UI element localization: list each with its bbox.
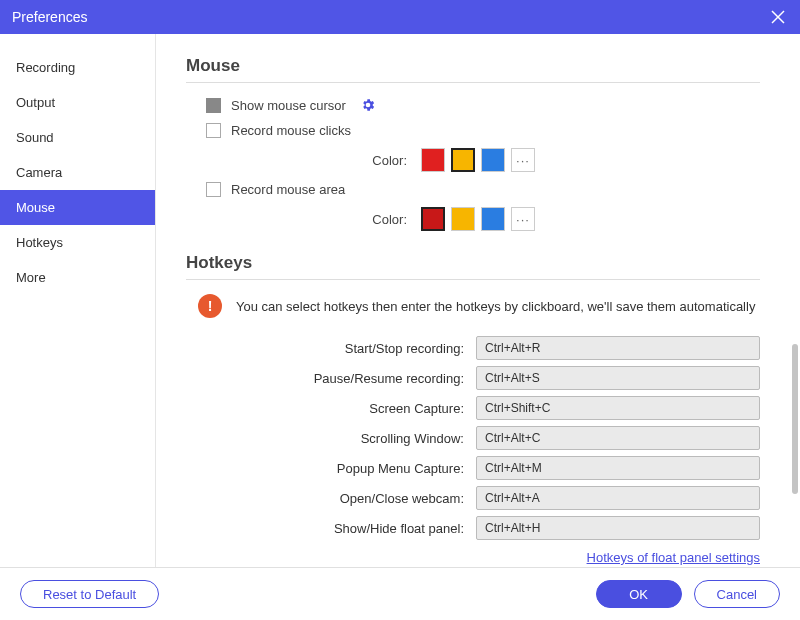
hotkey-row: Pause/Resume recording: bbox=[186, 366, 760, 390]
checkbox-record-area[interactable] bbox=[206, 182, 221, 197]
hotkey-label: Show/Hide float panel: bbox=[186, 521, 476, 536]
sidebar-item-output[interactable]: Output bbox=[0, 85, 155, 120]
hotkey-label: Start/Stop recording: bbox=[186, 341, 476, 356]
hotkey-input[interactable] bbox=[476, 486, 760, 510]
label-record-clicks: Record mouse clicks bbox=[231, 123, 351, 138]
sidebar-item-mouse[interactable]: Mouse bbox=[0, 190, 155, 225]
swatch-blue[interactable] bbox=[481, 148, 505, 172]
body: Recording Output Sound Camera Mouse Hotk… bbox=[0, 34, 800, 568]
checkbox-record-clicks[interactable] bbox=[206, 123, 221, 138]
mouse-heading: Mouse bbox=[186, 56, 760, 83]
swatches-clicks: ··· bbox=[421, 148, 535, 172]
float-panel-link[interactable]: Hotkeys of float panel settings bbox=[587, 550, 760, 565]
row-record-clicks: Record mouse clicks bbox=[186, 123, 760, 138]
sidebar-item-camera[interactable]: Camera bbox=[0, 155, 155, 190]
hotkey-input[interactable] bbox=[476, 336, 760, 360]
sidebar-item-hotkeys[interactable]: Hotkeys bbox=[0, 225, 155, 260]
hotkey-input[interactable] bbox=[476, 366, 760, 390]
swatch-more-2[interactable]: ··· bbox=[511, 207, 535, 231]
hotkey-row: Show/Hide float panel: bbox=[186, 516, 760, 540]
hotkey-label: Open/Close webcam: bbox=[186, 491, 476, 506]
hotkey-rows: Start/Stop recording:Pause/Resume record… bbox=[186, 336, 760, 540]
label-show-cursor: Show mouse cursor bbox=[231, 98, 346, 113]
hotkey-label: Scrolling Window: bbox=[186, 431, 476, 446]
row-record-area: Record mouse area bbox=[186, 182, 760, 197]
footer: Reset to Default OK Cancel bbox=[0, 568, 800, 620]
gear-icon[interactable] bbox=[360, 97, 376, 113]
swatch-yellow-2[interactable] bbox=[451, 207, 475, 231]
hotkey-row: Start/Stop recording: bbox=[186, 336, 760, 360]
hotkey-input[interactable] bbox=[476, 396, 760, 420]
close-icon[interactable] bbox=[768, 7, 788, 27]
ok-button[interactable]: OK bbox=[596, 580, 682, 608]
hotkeys-info-row: ! You can select hotkeys then enter the … bbox=[198, 294, 760, 318]
checkbox-show-cursor[interactable] bbox=[206, 98, 221, 113]
row-area-color: Color: ··· bbox=[186, 207, 760, 231]
hotkey-row: Open/Close webcam: bbox=[186, 486, 760, 510]
row-show-cursor: Show mouse cursor bbox=[186, 97, 760, 113]
sidebar-item-more[interactable]: More bbox=[0, 260, 155, 295]
color-label-area: Color: bbox=[186, 212, 421, 227]
scrollbar[interactable] bbox=[792, 344, 798, 494]
hotkey-label: Pause/Resume recording: bbox=[186, 371, 476, 386]
cancel-button[interactable]: Cancel bbox=[694, 580, 780, 608]
hotkeys-info-text: You can select hotkeys then enter the ho… bbox=[236, 299, 755, 314]
swatches-area: ··· bbox=[421, 207, 535, 231]
sidebar-item-recording[interactable]: Recording bbox=[0, 50, 155, 85]
swatch-red[interactable] bbox=[421, 148, 445, 172]
window-title: Preferences bbox=[12, 9, 768, 25]
info-icon: ! bbox=[198, 294, 222, 318]
hotkeys-heading: Hotkeys bbox=[186, 253, 760, 280]
preferences-window: Preferences Recording Output Sound Camer… bbox=[0, 0, 800, 620]
color-label-clicks: Color: bbox=[186, 153, 421, 168]
swatch-red-2[interactable] bbox=[421, 207, 445, 231]
sidebar: Recording Output Sound Camera Mouse Hotk… bbox=[0, 34, 156, 567]
row-clicks-color: Color: ··· bbox=[186, 148, 760, 172]
swatch-yellow[interactable] bbox=[451, 148, 475, 172]
hotkey-label: Popup Menu Capture: bbox=[186, 461, 476, 476]
hotkey-row: Popup Menu Capture: bbox=[186, 456, 760, 480]
content-panel: Mouse Show mouse cursor Record mouse cli… bbox=[156, 34, 800, 567]
hotkey-label: Screen Capture: bbox=[186, 401, 476, 416]
hotkey-input[interactable] bbox=[476, 456, 760, 480]
hotkey-input[interactable] bbox=[476, 426, 760, 450]
label-record-area: Record mouse area bbox=[231, 182, 345, 197]
titlebar: Preferences bbox=[0, 0, 800, 34]
float-panel-link-row: Hotkeys of float panel settings bbox=[186, 548, 760, 566]
sidebar-item-sound[interactable]: Sound bbox=[0, 120, 155, 155]
reset-button[interactable]: Reset to Default bbox=[20, 580, 159, 608]
hotkey-row: Scrolling Window: bbox=[186, 426, 760, 450]
swatch-blue-2[interactable] bbox=[481, 207, 505, 231]
hotkey-row: Screen Capture: bbox=[186, 396, 760, 420]
hotkey-input[interactable] bbox=[476, 516, 760, 540]
swatch-more[interactable]: ··· bbox=[511, 148, 535, 172]
